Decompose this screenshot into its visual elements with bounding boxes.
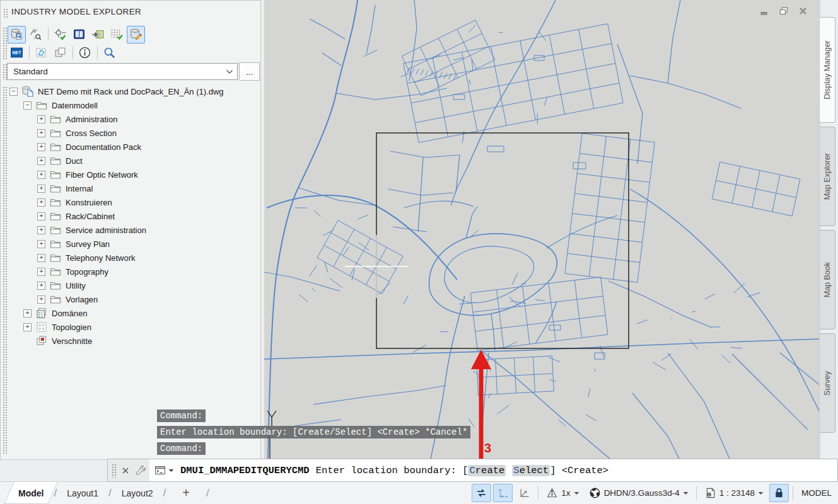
minimize-button[interactable]	[757, 6, 771, 16]
palette-tab-map-explorer[interactable]: Map Explorer	[819, 127, 835, 226]
tree-expander-icon[interactable]: +	[37, 185, 45, 193]
lock-icon	[773, 487, 785, 499]
chevron-down-icon	[574, 491, 579, 495]
command-window-icon[interactable]	[154, 464, 174, 476]
browse-button[interactable]: ...	[239, 62, 260, 81]
tree-expander-icon[interactable]: +	[37, 282, 45, 290]
map-scale-button[interactable]: 1 : 23148	[701, 484, 767, 502]
tree-item-internal[interactable]: +Internal	[7, 181, 259, 195]
palette-tab-label: Survey	[823, 371, 832, 396]
palette-tab-survey[interactable]: Survey	[819, 333, 835, 433]
tree-expander-icon[interactable]: +	[23, 323, 32, 331]
layout-tab-layout2[interactable]: Layout2	[112, 482, 163, 504]
drawing-viewport[interactable]: 3	[264, 0, 820, 459]
tree-expander-icon[interactable]: +	[37, 254, 45, 262]
tree-expander-icon[interactable]: +	[37, 240, 45, 248]
layout-tab-label: Layout1	[67, 488, 98, 498]
polygon-select-button[interactable]	[32, 44, 50, 62]
net-logo-button[interactable]: NET	[8, 44, 26, 62]
tree-expander-icon[interactable]: +	[37, 171, 45, 179]
tree-item-dom-nen[interactable]: +Domänen	[7, 306, 259, 320]
model-space-button[interactable]: MODEL	[797, 488, 836, 498]
tree-item-duct[interactable]: +Duct	[7, 154, 259, 168]
tree-item-datenmodell[interactable]: −Datenmodell	[7, 98, 259, 112]
tree-item-cross-section[interactable]: +Cross Section	[7, 126, 259, 140]
tree-expander-icon[interactable]: +	[37, 157, 45, 165]
new-layout-button[interactable]: +	[166, 482, 206, 504]
polar-tracking-button[interactable]	[515, 484, 534, 502]
toolbar-drag-grip[interactable]	[3, 27, 7, 60]
combo-row-drag-grip[interactable]	[3, 64, 7, 80]
tree-expander-icon[interactable]: +	[37, 115, 45, 123]
close-icon[interactable]	[121, 466, 130, 475]
panel-drag-grip[interactable]	[3, 8, 8, 19]
tree-item-service-administration[interactable]: +Service administration	[7, 223, 259, 237]
tree-drag-grip[interactable]	[3, 86, 7, 454]
folder-icon	[49, 182, 62, 195]
export-map-button[interactable]	[89, 26, 107, 43]
palette-tab-label: Display Manager	[823, 40, 832, 100]
info-button[interactable]	[76, 44, 94, 62]
tree-item-survey-plan[interactable]: +Survey Plan	[7, 237, 259, 251]
tree-item-topography[interactable]: +Topography	[7, 265, 259, 278]
query-data-button[interactable]	[8, 26, 26, 43]
search-button[interactable]	[100, 44, 119, 62]
palette-tab-display-manager[interactable]: Display Manager	[819, 17, 835, 123]
tree-item-label: Verschnitte	[52, 336, 92, 346]
document-book-button[interactable]	[70, 26, 88, 43]
profile-combobox[interactable]: Standard	[7, 63, 238, 80]
tree-item-topologien[interactable]: +Topologien	[7, 320, 259, 334]
grid-toggle-button[interactable]	[493, 484, 513, 502]
option-select-button[interactable]: Select	[512, 465, 550, 476]
command-prompt[interactable]: DMUI_DMMAPEDITQUERYCMD Enter location bo…	[149, 464, 608, 476]
tree-item-rack-cabinet[interactable]: +Rack/Cabinet	[7, 209, 259, 223]
restore-button[interactable]	[776, 6, 790, 16]
tree-expander-icon[interactable]: +	[37, 226, 45, 234]
command-history-line: Enter location boundary: [Create/Select]…	[157, 426, 470, 438]
tree-item-fiber-optic-network[interactable]: +Fiber Optic Network	[7, 168, 259, 181]
prompt-suffix: ] <Create>	[550, 465, 608, 476]
layout-tab-model[interactable]: Model	[9, 482, 53, 504]
tree-item-administration[interactable]: +Administration	[7, 112, 259, 126]
tree-expander-icon[interactable]: −	[23, 101, 32, 110]
feature-check-button[interactable]	[51, 26, 69, 43]
coordinate-system-button[interactable]: DHDN/3.Gauss3d-4	[585, 484, 692, 502]
tree-expander-icon[interactable]: +	[37, 268, 45, 276]
tab-separator: /	[206, 487, 209, 500]
axes-icon	[497, 487, 509, 499]
snap-toggle-button[interactable]	[472, 484, 491, 502]
palette-tab-map-book[interactable]: Map Book	[819, 230, 835, 329]
option-create-button[interactable]: Create	[468, 465, 506, 476]
layout-tab-layout1[interactable]: Layout1	[57, 482, 108, 504]
tree-expander-icon[interactable]: +	[37, 129, 45, 137]
tree-expander-icon[interactable]: +	[37, 143, 45, 151]
edit-data-button[interactable]	[127, 26, 145, 43]
customize-wrench-icon[interactable]	[135, 464, 147, 476]
layout-tab-bar: Model/Layout1/Layout2/+/	[0, 482, 210, 504]
close-icon[interactable]	[796, 6, 810, 16]
tree-expander-icon[interactable]: +	[37, 198, 45, 207]
svg-text:NET: NET	[13, 50, 22, 55]
tree-item-net-demo-mit-rack-und-docpack-en-n-1-dwg[interactable]: −NET Demo mit Rack und DocPack_EN_Än (1)…	[7, 84, 259, 98]
copy-features-button[interactable]	[51, 44, 69, 62]
tree-item-documentation-pack[interactable]: +Documentation Pack	[7, 140, 259, 154]
command-bar-drag-grip[interactable]	[112, 464, 116, 478]
tree-item-utility[interactable]: +Utility	[7, 278, 259, 292]
tree-item-vorlagen[interactable]: +Vorlagen	[7, 292, 259, 306]
annotation-scale-button[interactable]: 1x	[542, 484, 583, 502]
sync-search-button[interactable]	[26, 26, 45, 43]
tree-item-verschnitte[interactable]: Verschnitte	[7, 334, 259, 348]
palette-tab-strip: Display ManagerMap ExplorerMap BookSurve…	[820, 0, 838, 459]
crosshair-cursor	[345, 235, 408, 298]
tree-expander-icon[interactable]: −	[9, 88, 18, 96]
tree-expander-icon[interactable]: +	[37, 212, 45, 220]
tree-item-konstruieren[interactable]: +Konstruieren	[7, 195, 259, 209]
table-check-button[interactable]	[108, 26, 126, 43]
folder-icon	[49, 265, 62, 278]
tree-expander-icon[interactable]: +	[37, 295, 45, 304]
lock-button[interactable]	[769, 484, 789, 502]
tree-item-telephony-network[interactable]: +Telephony Network	[7, 251, 259, 265]
tree-expander-icon[interactable]: +	[23, 309, 32, 318]
map-canvas[interactable]: 3	[264, 0, 820, 459]
folder-icon	[49, 238, 62, 250]
